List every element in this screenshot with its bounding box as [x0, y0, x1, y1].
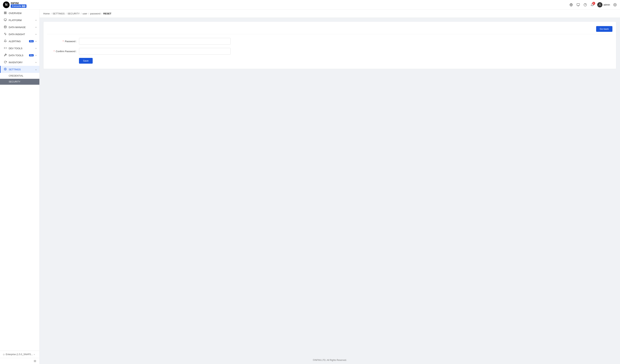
svg-point-4: [615, 4, 616, 5]
breadcrumb-reset: RESET: [103, 12, 111, 15]
settings-gear-icon[interactable]: [613, 3, 617, 7]
data-manage-icon: [3, 26, 7, 29]
chevron-down-icon: ▾: [35, 40, 36, 42]
main-layout: OVERVIEW PLATFORM ▾ DATA MANAGE ▾ DATA I…: [0, 10, 620, 364]
inventory-icon: [3, 61, 7, 64]
sidebar-item-label: ALERTING: [9, 40, 27, 43]
chevron-down-icon: ▾: [35, 47, 36, 49]
svg-rect-5: [4, 12, 5, 13]
go-back-button[interactable]: Go back: [596, 26, 612, 32]
svg-point-11: [5, 69, 6, 70]
save-row: Save: [47, 58, 612, 64]
chevron-down-icon: ▾: [35, 61, 36, 63]
logo-n-letter: N: [5, 3, 8, 7]
confirm-password-label: * Confirm Password :: [47, 50, 77, 53]
password-label: * Password :: [47, 40, 77, 43]
sidebar-item-alerting[interactable]: ALERTING Pro ▾: [0, 38, 39, 45]
svg-rect-1: [577, 3, 579, 6]
required-asterisk: *: [63, 40, 64, 43]
breadcrumb-sep: /: [81, 12, 82, 15]
sidebar-item-platform[interactable]: PLATFORM ▾: [0, 17, 39, 24]
svg-rect-8: [5, 13, 6, 14]
chevron-down-icon: ▾: [35, 33, 36, 35]
svg-point-2: [584, 3, 587, 6]
logo-console-text: Console: [11, 4, 27, 8]
sidebar-subitem-security[interactable]: SECURITY: [0, 79, 39, 85]
sidebar-item-inventory[interactable]: INVENTORY ▾: [0, 59, 39, 66]
breadcrumb-home[interactable]: Home: [43, 12, 50, 15]
breadcrumb-security[interactable]: SECURITY: [67, 12, 80, 15]
sidebar-item-data-tools[interactable]: DATA TOOLS Pro ▾: [0, 52, 39, 59]
data-insight-icon: [3, 32, 7, 36]
breadcrumb-sep: /: [51, 12, 52, 15]
sidebar-item-label: INVENTORY: [9, 61, 34, 64]
admin-menu[interactable]: admin: [597, 2, 610, 7]
sidebar-item-label: PLATFORM: [9, 19, 34, 22]
security-label: SECURITY: [9, 80, 20, 83]
sidebar-item-overview[interactable]: OVERVIEW: [0, 10, 39, 17]
notification-icon[interactable]: 9: [590, 3, 594, 7]
content-area: Home / SETTINGS / SECURITY / user / pass…: [40, 10, 620, 364]
help-icon[interactable]: [583, 3, 587, 7]
enterprise-label: Enterprise (1.5.0_SNAPS...: [6, 353, 33, 356]
sidebar-item-label: DATA INSIGHT: [9, 33, 34, 36]
platform-icon: [3, 18, 7, 22]
sidebar-toggle[interactable]: [0, 358, 39, 364]
data-tools-icon: [3, 54, 7, 57]
footer-text: ©INFINI.LTD, All Rights Reserved.: [313, 359, 347, 361]
credential-label: CREDENTIAL: [9, 75, 23, 77]
svg-rect-9: [4, 19, 6, 20]
pro-badge: Pro: [29, 40, 34, 42]
breadcrumb: Home / SETTINGS / SECURITY / user / pass…: [40, 10, 620, 18]
reset-password-card: Go back * Password : * Confirm Password …: [43, 21, 616, 69]
sidebar-item-settings[interactable]: SETTINGS ▴: [0, 66, 39, 73]
svg-rect-7: [4, 13, 5, 14]
svg-rect-6: [5, 12, 6, 13]
admin-name-label: admin: [604, 3, 610, 6]
sidebar-item-dev-tools[interactable]: DEV TOOLS ▾: [0, 45, 39, 52]
sidebar-item-data-manage[interactable]: DATA MANAGE ▾: [0, 24, 39, 31]
sidebar-item-label: DATA MANAGE: [9, 26, 34, 29]
svg-point-3: [599, 4, 600, 5]
sidebar-item-data-insight[interactable]: DATA INSIGHT ▾: [0, 31, 39, 38]
logo-circle: N: [3, 1, 10, 8]
required-asterisk: *: [54, 50, 55, 53]
password-row: * Password :: [47, 38, 612, 45]
globe-icon[interactable]: [569, 3, 573, 7]
breadcrumb-sep: /: [102, 12, 102, 15]
sidebar-item-label: DATA TOOLS: [9, 54, 27, 57]
arrow-right-icon: ›: [34, 353, 35, 356]
breadcrumb-sep: /: [88, 12, 89, 15]
chevron-down-icon: ▾: [35, 54, 36, 56]
logo-infini-text: INFINI: [11, 2, 27, 4]
breadcrumb-settings[interactable]: SETTINGS: [53, 12, 64, 15]
svg-point-10: [4, 26, 6, 27]
diamond-icon: ◇: [3, 353, 5, 356]
alerting-icon: [3, 40, 7, 43]
admin-avatar: [597, 2, 603, 7]
chevron-down-icon: ▾: [35, 26, 36, 28]
monitor-icon[interactable]: [576, 3, 580, 7]
card-header: Go back: [47, 26, 612, 34]
breadcrumb-user[interactable]: user: [82, 12, 87, 15]
save-button[interactable]: Save: [79, 58, 93, 64]
logo: N INFINI Console: [3, 1, 27, 8]
pro-badge: Pro: [29, 54, 34, 56]
sidebar-subitem-credential[interactable]: CREDENTIAL: [0, 73, 39, 79]
settings-icon: [3, 68, 7, 71]
chevron-up-icon: ▴: [35, 68, 36, 71]
sidebar-bottom-enterprise[interactable]: ◇ Enterprise (1.5.0_SNAPS... ›: [0, 351, 39, 358]
breadcrumb-password[interactable]: password: [90, 12, 100, 15]
footer: ©INFINI.LTD, All Rights Reserved.: [40, 356, 620, 364]
dev-tools-icon: [3, 47, 7, 50]
overview-icon: [3, 12, 7, 15]
logo-bars-icon: [22, 5, 25, 7]
chevron-down-icon: ▾: [35, 19, 36, 21]
password-input[interactable]: [79, 38, 231, 45]
confirm-password-row: * Confirm Password :: [47, 48, 612, 55]
topnav-right: 9 admin: [569, 2, 617, 7]
confirm-password-input[interactable]: [79, 48, 231, 55]
sidebar-item-label: OVERVIEW: [9, 12, 36, 15]
notification-badge: 9: [592, 2, 595, 5]
breadcrumb-sep: /: [66, 12, 66, 15]
